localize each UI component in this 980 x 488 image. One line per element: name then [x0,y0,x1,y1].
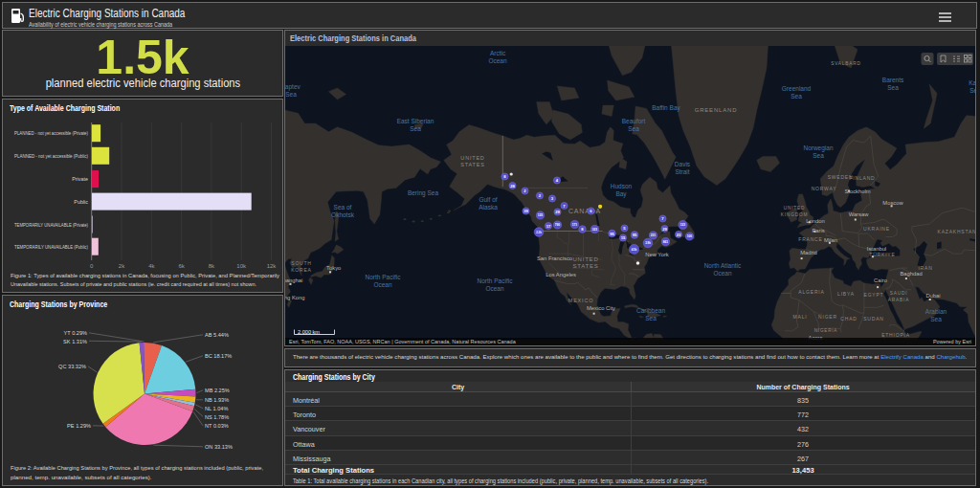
svg-text:39: 39 [523,209,528,213]
svg-text:AB 5.44%: AB 5.44% [205,332,229,338]
svg-text:Baghdad: Baghdad [900,271,922,277]
svg-text:Madrid: Madrid [800,250,817,255]
svg-text:PLANNED - not yet accessible (: PLANNED - not yet accessible (Public) [14,153,88,159]
svg-text:Cairo: Cairo [874,277,887,283]
svg-text:ARABIA: ARABIA [888,298,909,302]
svg-text:TEMPORARILY UNAVAILABLE (Priva: TEMPORARILY UNAVAILABLE (Private) [14,222,88,228]
svg-text:North Atlantic: North Atlantic [704,262,742,269]
svg-text:UNITED: UNITED [572,256,598,262]
svg-text:100: 100 [687,234,693,238]
svg-text:Norwegian: Norwegian [803,144,833,152]
svg-text:Tokyo: Tokyo [326,265,341,271]
svg-text:95: 95 [610,232,614,236]
svg-text:Arabian: Arabian [925,308,947,315]
svg-text:SAUDI: SAUDI [890,291,908,296]
svg-text:Sea: Sea [887,84,899,91]
svg-text:29: 29 [662,227,667,232]
svg-text:12k: 12k [267,263,278,269]
svg-text:NT 0.03%: NT 0.03% [205,423,229,429]
svg-text:North Pacific: North Pacific [478,277,514,284]
svg-text:4.5k: 4.5k [632,248,637,252]
svg-text:231: 231 [651,233,657,237]
svg-text:Sea: Sea [813,152,824,159]
svg-text:3.9k: 3.9k [645,241,651,245]
svg-text:Unavailable stations. Subsets: Unavailable stations. Subsets of private… [11,280,256,287]
svg-text:Warsaw: Warsaw [849,211,870,217]
svg-text:ON 33.13%: ON 33.13% [205,444,233,450]
svg-text:CANADA: CANADA [568,208,601,214]
svg-text:15: 15 [621,235,626,240]
svg-text:NIGERIA: NIGERIA [814,328,838,333]
svg-text:Milan: Milan [824,237,837,243]
svg-text:NORWAY: NORWAY [812,186,837,191]
svg-text:Okhotsk: Okhotsk [331,211,355,218]
svg-text:Istanbul: Istanbul [867,246,886,252]
svg-text:Gulf of: Gulf of [479,196,497,203]
svg-text:Baffin Bay: Baffin Bay [652,104,680,112]
svg-text:GREENLAND: GREENLAND [695,107,738,113]
svg-text:2k: 2k [119,263,125,269]
svg-text:Strait: Strait [675,168,689,175]
svg-text:Sea: Sea [628,125,639,132]
svg-text:STATES: STATES [460,162,484,167]
svg-text:Laptev: Laptev [285,83,301,91]
svg-text:Ocean: Ocean [485,285,504,292]
svg-text:PLANNED - not yet accessible (: PLANNED - not yet accessible (Private) [14,130,88,136]
svg-text:Alaska: Alaska [479,204,498,211]
svg-text:KINGDOM: KINGDOM [781,212,809,217]
svg-text:171: 171 [572,223,578,227]
svg-text:UNITED: UNITED [460,155,484,161]
svg-text:Public: Public [74,199,88,205]
svg-text:10k: 10k [236,263,247,269]
svg-text:SOUTH: SOUTH [291,260,312,266]
svg-text:SVALBARD: SVALBARD [831,61,861,66]
svg-text:Private: Private [72,176,88,182]
svg-text:NL 1.04%: NL 1.04% [205,406,228,411]
svg-text:SUDAN: SUDAN [863,316,884,322]
svg-text:FRANCE: FRANCE [798,236,822,242]
svg-text:8k: 8k [209,263,215,269]
svg-text:BC 18.17%: BC 18.17% [205,353,232,359]
svg-text:95: 95 [633,233,637,237]
svg-text:PE 1.29%: PE 1.29% [67,423,91,429]
svg-text:Ocean: Ocean [488,57,507,64]
svg-text:790: 790 [555,223,561,227]
svg-text:323: 323 [592,228,598,232]
svg-text:23: 23 [677,233,681,237]
svg-text:123: 123 [680,223,686,227]
svg-text:Ocean: Ocean [373,281,392,288]
svg-text:Sea: Sea [645,315,657,322]
svg-text:Sea: Sea [410,125,421,132]
svg-text:TEMPORARILY UNAVAILABLE (Publi: TEMPORARILY UNAVAILABLE (Public) [14,244,88,250]
svg-text:Davis: Davis [675,161,691,167]
svg-text:STATES: STATES [572,263,598,269]
svg-text:ALGERIA: ALGERIA [798,289,824,295]
svg-text:EGYPT: EGYPT [864,292,884,298]
svg-text:29: 29 [555,210,560,214]
svg-text:Sea: Sea [285,91,297,98]
svg-text:NS 1.78%: NS 1.78% [205,414,229,420]
svg-text:Sea: Sea [791,93,802,100]
svg-text:North Pacific: North Pacific [366,274,402,280]
svg-text:Dubai: Dubai [925,293,940,299]
svg-text:Caribbean: Caribbean [636,307,665,314]
svg-text:Mexico City: Mexico City [587,305,615,311]
svg-text:2.2k: 2.2k [536,231,542,234]
svg-text:CHAD: CHAD [840,316,857,322]
svg-text:Kara: Kara [969,79,976,86]
svg-text:Hong Kong: Hong Kong [285,295,305,300]
svg-text:17: 17 [546,224,551,229]
svg-text:Beaufort: Beaufort [622,118,646,124]
svg-text:Bay: Bay [615,190,627,198]
svg-text:28: 28 [510,184,515,189]
svg-text:Table 1: Total available charg: Table 1: Total available charging statio… [293,477,708,485]
svg-text:Ocean: Ocean [713,270,732,277]
svg-text:Barents: Barents [882,77,904,83]
svg-text:FINLAND: FINLAND [850,175,876,181]
svg-text:Shanghai: Shanghai [285,277,302,283]
svg-text:KOREA: KOREA [291,267,312,273]
svg-text:Paris: Paris [812,228,824,233]
svg-text:Bering Sea: Bering Sea [408,189,439,197]
svg-text:SK 1.31%: SK 1.31% [63,339,87,344]
svg-text:UNITED: UNITED [784,206,806,211]
